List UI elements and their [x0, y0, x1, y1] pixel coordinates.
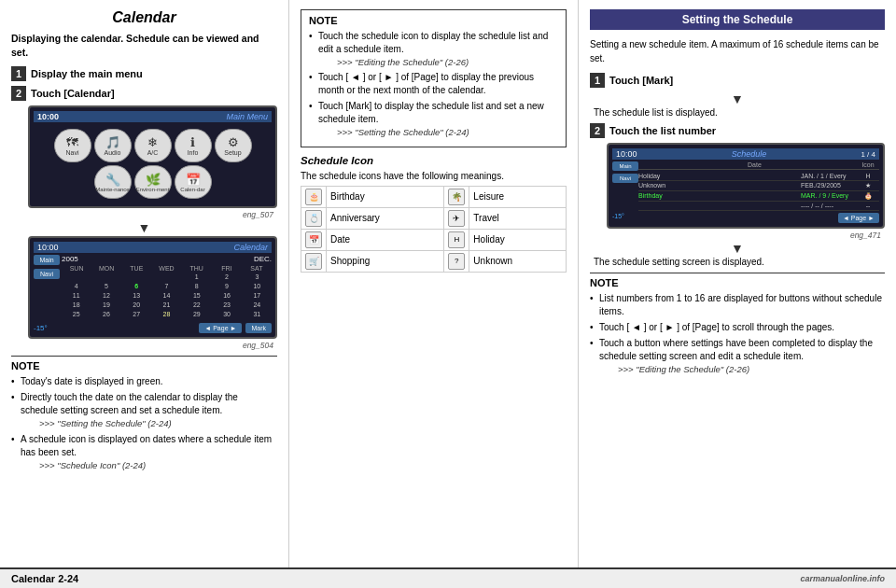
right-step1-label: Touch [Mark]	[609, 75, 673, 86]
right-note-title: NOTE	[590, 277, 885, 288]
table-row: 💍 Anniversary ✈ Travel	[301, 207, 567, 229]
screen-icons: 🗺Navi 🎵Audio ❄A/C ℹInfo ⚙Setup 🔧Mainte-n…	[34, 125, 272, 203]
unknown-icon-cell: ?	[444, 250, 469, 272]
step1-num: 1	[11, 66, 26, 81]
icon-table: 🎂 Birthday 🌴 Leisure 💍 Anniversary ✈ Tra…	[301, 186, 567, 273]
footer-watermark: carmanualonline.info	[800, 574, 885, 583]
right-step1-header: 1 Touch [Mark]	[590, 73, 885, 88]
sched-cols: Main Navi Date Icon Holiday JAN. / 1 / E…	[612, 161, 879, 211]
mid-note-item-2: Touch [ ◄ ] or [ ► ] of [Page] to displa…	[309, 71, 558, 97]
sched-nav-col: Main Navi	[612, 161, 638, 211]
right-step2-label: Touch the list number	[609, 125, 716, 136]
intro-text: Displaying the calendar. Schedule can be…	[11, 32, 277, 59]
schedule-icon-title: Schedule Icon	[301, 155, 567, 166]
leisure-icon-cell: 🌴	[444, 186, 469, 207]
info-icon[interactable]: ℹInfo	[175, 129, 212, 162]
left-note-ref-2: "Setting the Schedule" (2-24)	[21, 417, 277, 429]
sched-temp: -15°	[612, 213, 624, 223]
main-btn[interactable]: Main	[34, 255, 60, 265]
right-step1-note: The schedule list is displayed.	[594, 107, 885, 118]
cal-bottom-btns: ◄ Page ► Mark	[199, 323, 272, 333]
mid-note-item-3: Touch [Mark] to display the schedule lis…	[309, 100, 558, 138]
arrow-down-r2: ▼	[590, 242, 885, 255]
main-menu-screen: 10:00 Main Menu 🗺Navi 🎵Audio ❄A/C ℹInfo …	[28, 105, 277, 208]
step1-label: Display the main menu	[31, 68, 143, 79]
calendar-screen-wrapper: 10:00 Calendar Main Navi 2005 DEC.	[11, 236, 277, 339]
sched-row-holiday[interactable]: Holiday JAN. / 1 / Every H	[638, 172, 879, 181]
right-note-item-1: List numbers from 1 to 16 are displayed …	[590, 292, 885, 318]
cal-temp: -15°	[34, 324, 48, 332]
navi-icon[interactable]: 🗺Navi	[54, 129, 91, 162]
right-step1-num: 1	[590, 73, 605, 88]
left-column: Calendar Displaying the calendar. Schedu…	[0, 0, 289, 567]
cal-grid-header: SUNMONTUEWEDTHUFRISAT	[62, 265, 272, 272]
environment-icon[interactable]: 🌿Environ-ment	[134, 165, 172, 199]
arrow-down-1: ▼	[11, 221, 277, 234]
cal-title: Calendar	[233, 243, 268, 252]
cal-body: Main Navi 2005 DEC. SUNMONTUEWEDTHUFRISA…	[34, 255, 272, 318]
travel-label: Travel	[469, 207, 567, 229]
schedule-icon-desc: The schedule icons have the following me…	[301, 171, 567, 181]
mid-note-title: NOTE	[309, 15, 558, 26]
mid-column: NOTE Touch the schedule icon to display …	[289, 0, 579, 567]
sched-row-birthday[interactable]: Birthday MAR. / 9 / Every 🎂	[638, 191, 879, 202]
birthday-label: Birthday	[327, 186, 444, 207]
setup-icon[interactable]: ⚙Setup	[215, 129, 252, 162]
table-row: 🛒 Shopping ? Unknown	[301, 250, 567, 272]
mark-btn[interactable]: Mark	[245, 323, 272, 333]
anniversary-icon-cell: 💍	[301, 207, 327, 229]
sched-main-col: Date Icon Holiday JAN. / 1 / Every H Unk…	[638, 161, 879, 211]
screen1-caption: eng_507	[11, 210, 273, 219]
step1-header: 1 Display the main menu	[11, 66, 277, 81]
step2-label: Touch [Calendar]	[31, 88, 115, 99]
table-row: 🎂 Birthday 🌴 Leisure	[301, 186, 567, 207]
left-note: NOTE Today's date is displayed in green.…	[11, 356, 277, 471]
left-note-item-2: Directly touch the date on the calendar …	[11, 391, 277, 429]
sched-row-empty[interactable]: ---- / -- / ---- --	[638, 202, 879, 211]
left-note-title: NOTE	[11, 360, 277, 371]
screen-title: Main Menu	[226, 112, 268, 121]
right-note-item-3: Touch a button where settings have been …	[590, 337, 885, 375]
table-row: 📅 Date H Holiday	[301, 229, 567, 250]
sched-bar: 10:00 Schedule 1 / 4	[612, 148, 879, 160]
cal-time: 10:00	[37, 243, 59, 252]
sched-title: Schedule	[732, 149, 767, 159]
cal-year-month: 2005 DEC.	[62, 255, 272, 263]
navi-btn[interactable]: Navi	[34, 269, 60, 279]
sched-row-unknown[interactable]: Unknown FEB./29/2005 ★	[638, 181, 879, 191]
left-note-ref-3: "Schedule Icon" (2-24)	[21, 459, 277, 471]
right-note-item-2: Touch [ ◄ ] or [ ► ] of [Page] to scroll…	[590, 321, 885, 334]
calendar-screen: 10:00 Calendar Main Navi 2005 DEC.	[28, 236, 277, 339]
cal-year: 2005	[62, 255, 78, 263]
left-note-item-3: A schedule icon is displayed on dates wh…	[11, 433, 277, 471]
page-title: Calendar	[11, 9, 277, 26]
right-column: Setting the Schedule Setting a new sched…	[579, 0, 896, 567]
shopping-label: Shopping	[327, 250, 444, 272]
mid-note-box: NOTE Touch the schedule icon to display …	[301, 9, 567, 147]
page-btn[interactable]: ◄ Page ►	[199, 323, 242, 333]
maintenance-icon[interactable]: 🔧Mainte-nance	[94, 165, 132, 199]
audio-icon[interactable]: 🎵Audio	[94, 129, 132, 162]
birthday-icon-cell: 🎂	[301, 186, 327, 207]
right-header: Setting the Schedule	[590, 9, 885, 30]
step2-header: 2 Touch [Calendar]	[11, 86, 277, 101]
anniversary-label: Anniversary	[327, 207, 444, 229]
sched-page-btn[interactable]: ◄ Page ►	[838, 213, 879, 223]
holiday-icon-cell: H	[444, 229, 469, 250]
cal-bar: 10:00 Calendar	[34, 242, 272, 253]
leisure-label: Leisure	[469, 186, 567, 207]
screen-time: 10:00	[37, 112, 59, 121]
mid-note-item-1: Touch the schedule icon to display the s…	[309, 30, 558, 68]
footer-label: Calendar 2-24	[11, 573, 78, 584]
sched-navi-btn[interactable]: Navi	[612, 174, 638, 183]
unknown-label: Unknown	[469, 250, 567, 272]
cal-side-nav: Main Navi	[34, 255, 60, 318]
calendar-icon[interactable]: 📅Calen-dar	[175, 165, 212, 199]
ac-icon[interactable]: ❄A/C	[134, 129, 172, 162]
mid-note-ref-3: "Setting the Schedule" (2-24)	[318, 126, 558, 138]
right-screen-note: The schedule setting screen is displayed…	[594, 257, 885, 267]
sched-main-btn[interactable]: Main	[612, 161, 638, 171]
right-step2-num: 2	[590, 123, 605, 138]
sched-count: 1 / 4	[861, 150, 875, 159]
holiday-label: Holiday	[469, 229, 567, 250]
